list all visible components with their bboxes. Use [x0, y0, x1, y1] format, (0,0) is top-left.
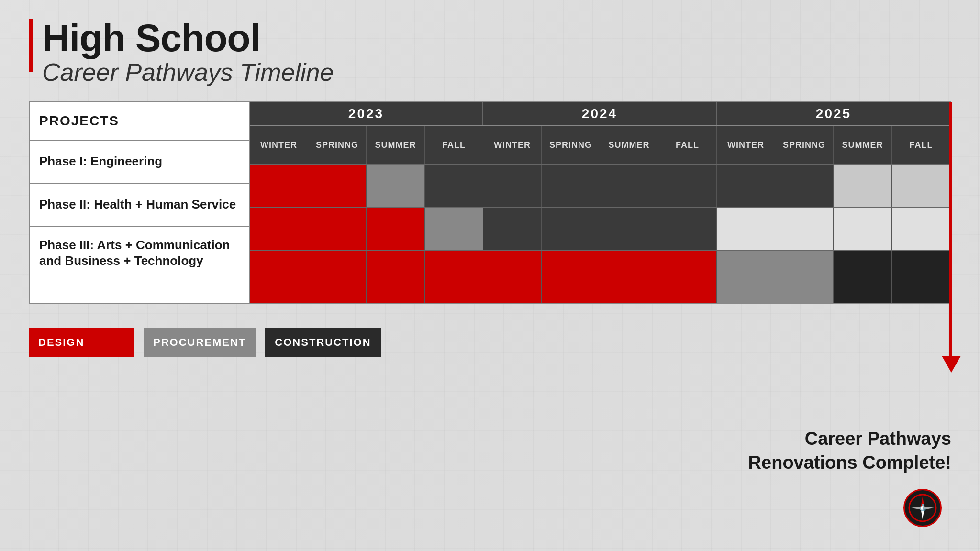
p1-c5: [542, 165, 600, 207]
p2-c4: [483, 208, 542, 250]
p3-c9: [775, 251, 834, 303]
p1-c2: [367, 165, 425, 207]
p3-c2: [367, 251, 425, 303]
p2-c5: [542, 208, 600, 250]
svg-text:⚓: ⚓: [919, 504, 927, 512]
main-content: High School Career Pathways Timeline PRO…: [0, 0, 980, 551]
season-1: SPRINNG: [308, 126, 367, 164]
legend-design: DESIGN: [29, 328, 134, 357]
projects-label: PROJECTS: [39, 113, 119, 129]
header-accent-bar: [29, 19, 33, 72]
completion-text: Career Pathways Renovations Complete!: [748, 427, 951, 474]
season-9: SPRINNG: [775, 126, 834, 164]
phase3-grid-row: [250, 251, 950, 303]
phase1-grid-row: [250, 165, 950, 208]
phase2-grid-row: [250, 208, 950, 251]
header-text: High School Career Pathways Timeline: [42, 19, 334, 87]
legend-procurement: PROCUREMENT: [144, 328, 256, 357]
phase1-label-row: Phase I: Engineering: [30, 141, 249, 184]
season-2: SUMMER: [367, 126, 425, 164]
season-4: WINTER: [483, 126, 542, 164]
p2-c10: [834, 208, 892, 250]
p3-c11: [892, 251, 950, 303]
p2-c3: [425, 208, 483, 250]
p1-c7: [658, 165, 717, 207]
year-2023: 2023: [250, 102, 483, 125]
p1-c1: [308, 165, 367, 207]
p3-c6: [600, 251, 658, 303]
p3-c5: [542, 251, 600, 303]
p3-c4: [483, 251, 542, 303]
p3-c0: [250, 251, 308, 303]
season-5: SPRINNG: [542, 126, 600, 164]
projects-header: PROJECTS: [30, 102, 249, 141]
phase2-label: Phase II: Health + Human Service: [39, 197, 236, 213]
legend-design-label: DESIGN: [38, 336, 84, 349]
phase3-label-row: Phase III: Arts + Communicationand Busin…: [30, 227, 249, 279]
p2-c8: [717, 208, 775, 250]
p3-c1: [308, 251, 367, 303]
p1-c10: [834, 165, 892, 207]
year-2025: 2025: [717, 102, 950, 125]
compass-svg: ⚓: [908, 494, 937, 522]
completion-line1: Career Pathways: [748, 427, 951, 451]
p2-c6: [600, 208, 658, 250]
p2-c2: [367, 208, 425, 250]
p2-c11: [892, 208, 950, 250]
season-8: WINTER: [717, 126, 775, 164]
compass-rose: ⚓: [903, 489, 942, 527]
season-7: FALL: [658, 126, 717, 164]
year-2024: 2024: [483, 102, 717, 125]
season-11: FALL: [892, 126, 950, 164]
p1-c8: [717, 165, 775, 207]
legend-row: DESIGN PROCUREMENT CONSTRUCTION: [29, 328, 951, 357]
season-0: WINTER: [250, 126, 308, 164]
season-10: SUMMER: [834, 126, 892, 164]
phase1-label: Phase I: Engineering: [39, 154, 162, 170]
compass-circle: ⚓: [903, 489, 942, 527]
p3-c7: [658, 251, 717, 303]
p1-c11: [892, 165, 950, 207]
red-arrow-down: [942, 356, 961, 373]
season-6: SUMMER: [600, 126, 658, 164]
red-vertical-line: [949, 102, 952, 361]
p3-c8: [717, 251, 775, 303]
page-subtitle: Career Pathways Timeline: [42, 57, 334, 87]
p1-c6: [600, 165, 658, 207]
season-headers: WINTER SPRINNG SUMMER FALL WINTER SPRINN…: [250, 126, 950, 165]
legend-construction: CONSTRUCTION: [265, 328, 380, 357]
p3-c10: [834, 251, 892, 303]
legend-procurement-label: PROCUREMENT: [153, 336, 246, 349]
timeline-grid: 2023 2024 2025 WINTER SPRINNG SUMMER FAL…: [249, 101, 951, 304]
season-3: FALL: [425, 126, 483, 164]
p1-c9: [775, 165, 834, 207]
p2-c1: [308, 208, 367, 250]
p2-c9: [775, 208, 834, 250]
labels-column: PROJECTS Phase I: Engineering Phase II: …: [29, 101, 249, 304]
phase-grid-rows: [250, 165, 950, 303]
page-title: High School: [42, 19, 334, 57]
p1-c4: [483, 165, 542, 207]
timeline-wrapper: PROJECTS Phase I: Engineering Phase II: …: [29, 101, 951, 304]
p2-c0: [250, 208, 308, 250]
p3-c3: [425, 251, 483, 303]
completion-line2: Renovations Complete!: [748, 451, 951, 474]
p1-c3: [425, 165, 483, 207]
p2-c7: [658, 208, 717, 250]
header: High School Career Pathways Timeline: [29, 19, 951, 87]
legend-construction-label: CONSTRUCTION: [275, 336, 371, 349]
phase3-label: Phase III: Arts + Communicationand Busin…: [39, 237, 230, 270]
year-headers: 2023 2024 2025: [250, 102, 950, 126]
phase2-label-row: Phase II: Health + Human Service: [30, 184, 249, 227]
p1-c0: [250, 165, 308, 207]
